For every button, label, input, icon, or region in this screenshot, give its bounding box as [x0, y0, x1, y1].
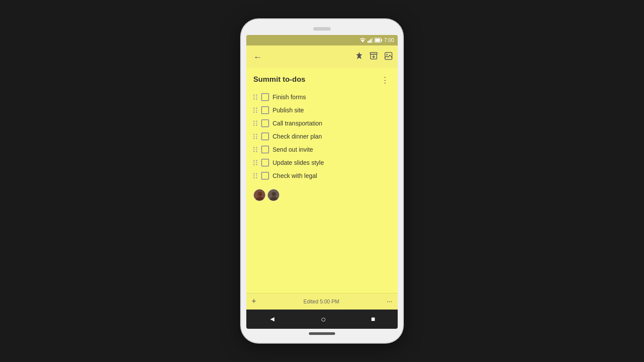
checkbox-6[interactable]	[261, 159, 269, 167]
more-options-button[interactable]: ···	[387, 298, 392, 306]
todo-label-1: Finish forms	[273, 94, 306, 101]
todo-label-4: Check dinner plan	[273, 133, 322, 140]
svg-rect-3	[370, 39, 371, 43]
todo-label-2: Publish site	[273, 107, 304, 114]
avatar-1-img	[254, 189, 266, 201]
bottom-bar: + Edited 5:00 PM ···	[246, 293, 398, 310]
svg-point-12	[386, 54, 388, 55]
svg-rect-7	[375, 39, 380, 42]
image-icon[interactable]	[385, 52, 392, 62]
avatar-2[interactable]	[267, 189, 280, 201]
svg-rect-4	[371, 38, 372, 43]
list-item: Finish forms	[253, 91, 391, 103]
checkbox-4[interactable]	[261, 132, 269, 140]
toolbar-actions	[356, 52, 392, 62]
image-svg	[385, 52, 392, 60]
list-item: Check with legal	[253, 170, 391, 182]
nav-home-button[interactable]: ○	[312, 311, 335, 328]
phone-speaker	[313, 27, 331, 31]
status-time: 7:00	[384, 37, 394, 43]
archive-icon[interactable]	[370, 52, 378, 62]
checkbox-1[interactable]	[261, 93, 269, 101]
back-button[interactable]: ←	[252, 50, 264, 64]
add-item-button[interactable]: +	[252, 297, 256, 306]
drag-handle-5[interactable]	[253, 147, 258, 152]
nav-recent-button[interactable]: ■	[362, 312, 384, 327]
note-menu-button[interactable]: ⋮	[379, 75, 391, 85]
checkbox-3[interactable]	[261, 119, 269, 127]
phone-bottom-bar	[309, 332, 335, 335]
status-bar: 7:00	[246, 35, 398, 45]
todo-label-5: Send out invite	[273, 146, 313, 153]
status-icons: 7:00	[360, 37, 394, 43]
svg-rect-1	[368, 41, 369, 43]
battery-icon	[374, 38, 382, 43]
svg-point-14	[258, 192, 262, 196]
drag-handle-2[interactable]	[253, 108, 258, 113]
svg-marker-0	[361, 40, 364, 42]
pin-icon[interactable]	[356, 52, 363, 62]
collaborators	[253, 189, 391, 201]
drag-handle-3[interactable]	[253, 121, 258, 126]
drag-handle-4[interactable]	[253, 134, 258, 139]
todo-list: Finish forms Publish site Call transport…	[253, 91, 391, 182]
list-item: Check dinner plan	[253, 130, 391, 143]
checkbox-7[interactable]	[261, 172, 269, 180]
pin-svg	[356, 52, 363, 60]
phone-screen: 7:00 ←	[246, 35, 398, 329]
note-title: Summit to-dos	[253, 75, 305, 84]
edited-text: Edited 5:00 PM	[304, 299, 340, 305]
avatar-2-img	[268, 189, 280, 201]
archive-svg	[370, 52, 378, 60]
note-content: Summit to-dos ⋮ Finish forms Publish	[246, 68, 398, 293]
phone-device: 7:00 ←	[241, 19, 403, 343]
svg-point-17	[272, 192, 276, 196]
list-item: Send out invite	[253, 143, 391, 156]
checkbox-5[interactable]	[261, 146, 269, 153]
todo-label-6: Update slides style	[273, 159, 324, 166]
drag-handle-1[interactable]	[253, 94, 258, 100]
todo-label-7: Check with legal	[273, 172, 317, 179]
nav-back-button[interactable]: ◄	[260, 312, 284, 327]
list-item: Publish site	[253, 104, 391, 116]
nav-bar: ◄ ○ ■	[246, 310, 398, 329]
toolbar: ←	[246, 45, 398, 68]
todo-label-3: Call transportation	[273, 120, 322, 127]
avatar-1[interactable]	[253, 189, 266, 201]
drag-handle-7[interactable]	[253, 173, 258, 178]
wifi-icon	[360, 38, 366, 43]
note-header: Summit to-dos ⋮	[253, 75, 391, 85]
signal-icon	[368, 38, 373, 43]
drag-handle-6[interactable]	[253, 160, 258, 165]
svg-rect-2	[369, 40, 370, 43]
checkbox-2[interactable]	[261, 106, 269, 114]
svg-rect-6	[381, 39, 382, 42]
list-item: Call transportation	[253, 117, 391, 129]
list-item: Update slides style	[253, 157, 391, 169]
